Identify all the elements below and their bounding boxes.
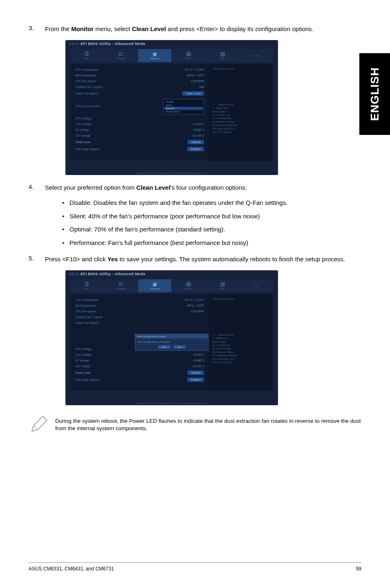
bios-footer: Version 2.00.1201. Copyright (C) 2012 Am…	[65, 402, 278, 404]
page-content: 3. From the Monitor menu, select Clean L…	[0, 0, 390, 436]
help-header: Select Screen Level:	[212, 297, 270, 301]
table-row: 3.3V Voltage+3.344 V	[74, 352, 206, 358]
bullet-icon: •	[57, 238, 69, 248]
bios-tab-boot[interactable]: ▤Boot	[206, 279, 239, 292]
option-item-selected[interactable]: Optimal	[164, 107, 203, 110]
bios-tab-advanced[interactable]: ▣Advanced	[138, 279, 172, 292]
bios-tab-tweaker[interactable]: 🗀Ai Tweaker	[104, 49, 138, 62]
bios-tabs: ☰Main 🗀Ai Tweaker ▣Advanced ⏻Monitor ▤Bo…	[70, 49, 273, 62]
clean-level-row[interactable]: Clean LevelOptimal	[74, 139, 206, 146]
table-row: CPU Fan Speed1270 RPM	[74, 309, 206, 314]
clean-level-row[interactable]: Clean LevelOptimal	[74, 369, 206, 376]
help-text: →←: Select Screen ↑↓: Select Item Enter:…	[212, 333, 270, 364]
table-row: MB Temperature+35°C / +95°F	[74, 303, 206, 309]
folder-icon: 🗀	[119, 281, 123, 287]
footer-left: ASUS CM6331, CM6431, and CM6731	[29, 566, 114, 572]
table-row: MB Temperature+35°C / +95°F	[74, 73, 206, 79]
table-row: CPU Temperature+47°C / +116°F	[74, 67, 206, 73]
bios-tab-main[interactable]: ☰Main	[70, 49, 104, 62]
bios-left-panel: CPU Temperature+47°C / +116°F MB Tempera…	[70, 64, 209, 161]
table-row: Power Fan Speed	[74, 320, 206, 326]
bios-help-panel: Select Screen Level: →←: Select Screen ↑…	[209, 294, 273, 391]
chip-icon: ▣	[152, 281, 157, 287]
table-row: CPU Temperature+47°C / +116°F	[74, 297, 206, 303]
bios-body: CPU Temperature+47°C / +116°F MB Tempera…	[70, 294, 273, 391]
page-number: 59	[356, 566, 361, 572]
bullet-icon: •	[57, 198, 69, 208]
table-row: Chassis Fan 1 SpeedN/A	[74, 84, 206, 90]
bios-tabs: ☰Main 🗀Ai Tweaker ▣Advanced ⏻Monitor ▤Bo…	[70, 279, 273, 292]
bios-screenshot-1: /ISUS EFI BIOS Utility - Advanced Mode ☰…	[65, 40, 278, 175]
power-icon: ⏻	[186, 51, 191, 57]
pencil-icon	[29, 413, 49, 436]
yes-button[interactable]: Yes	[158, 346, 170, 349]
bios-title: /ISUS EFI BIOS Utility - Advanced Mode	[69, 42, 146, 46]
option-item[interactable]: Performance	[164, 110, 203, 113]
step-text: Select your preferred option from Clean …	[45, 183, 247, 193]
anti-surge-row[interactable]: Anti Surge SupportEnabled	[74, 376, 206, 383]
bios-tab-tool[interactable]: Tool	[240, 49, 273, 62]
bios-tab-advanced[interactable]: ▣Advanced	[138, 49, 172, 62]
bullet-icon: •	[57, 225, 69, 234]
bios-left-panel: CPU Temperature+47°C / +116°F MB Tempera…	[70, 294, 209, 391]
disk-icon: ▤	[220, 51, 225, 57]
table-row: CPU Fan Speed1270 RPM	[74, 79, 206, 84]
step-number: 4.	[29, 183, 45, 193]
option-item[interactable]: Disable	[164, 100, 203, 103]
note-box: During the system reboot, the Power LED …	[29, 413, 361, 436]
folder-icon: 🗀	[119, 51, 123, 57]
step-4: 4. Select your preferred option from Cle…	[29, 183, 361, 193]
help-header: Select Screen Level:	[212, 67, 270, 70]
bios-tab-main[interactable]: ☰Main	[70, 279, 104, 292]
table-row: Chassis Fan 1 Speed	[74, 314, 206, 320]
options-list: Disable Silent Optimal Performance	[163, 99, 204, 114]
note-text: During the system reboot, the Power LED …	[55, 413, 361, 433]
bullet-list: •Disable: Disables the fan system and th…	[57, 198, 361, 247]
table-row: 5V Voltage+5.080 V	[74, 127, 206, 133]
bios-tab-monitor[interactable]: ⏻Monitor	[172, 49, 205, 62]
list-icon: ☰	[85, 51, 89, 57]
bios-help-panel: Select Screen Level: →←: Select Screen ↑…	[209, 64, 273, 161]
disk-icon: ▤	[220, 281, 225, 287]
bios-tab-tweaker[interactable]: 🗀Ai Tweaker	[104, 279, 138, 292]
bios-body: CPU Temperature+47°C / +116°F MB Tempera…	[70, 64, 273, 161]
power-icon: ⏻	[186, 281, 191, 287]
dialog-buttons: Yes No	[137, 346, 206, 349]
page-footer: ASUS CM6331, CM6431, and CM6731 59	[29, 562, 361, 572]
list-item: •Silent: 40% of the fan's performance (p…	[57, 212, 361, 221]
step-3: 3. From the Monitor menu, select Clean L…	[29, 25, 361, 34]
list-item: •Optimal: 70% of the fan's performance (…	[57, 225, 361, 234]
table-row: 3.3V Voltage+3.344 V	[74, 121, 206, 127]
dialog-title: Save configuration & reset	[135, 334, 208, 339]
bios-tab-boot[interactable]: ▤Boot	[206, 49, 239, 62]
table-row: 12V Voltage+12.192 V	[74, 364, 206, 369]
dialog-text: Save configuration and reset?	[137, 340, 206, 344]
step-text: Press <F10> and click Yes to save your s…	[45, 255, 345, 264]
list-item: •Performance: Fan's full performance (be…	[57, 238, 361, 248]
table-row: CPU Voltage	[74, 116, 206, 121]
table-row: 12V Voltage+12.192 V	[74, 133, 206, 139]
clean-level-dropdown[interactable]: Clean Level	[182, 91, 204, 96]
save-dialog: Save configuration & reset Save configur…	[135, 334, 208, 351]
step-number: 5.	[29, 255, 45, 264]
step-5: 5. Press <F10> and click Yes to save you…	[29, 255, 361, 264]
list-item: •Disable: Disables the fan system and th…	[57, 198, 361, 208]
option-item[interactable]: Silent	[164, 103, 203, 107]
table-row: 5V Voltage+5.080 V	[74, 358, 206, 364]
table-row: CPU Q-Fan Control Disable Silent Optimal…	[74, 97, 206, 116]
bios-footer: Version 2.00.1201. Copyright (C) 2012 Am…	[65, 172, 278, 174]
bullet-icon: •	[57, 212, 69, 221]
bios-screenshot-2: /ISUS EFI BIOS Utility - Advanced Mode ☰…	[65, 270, 278, 405]
bios-title: /ISUS EFI BIOS Utility - Advanced Mode	[69, 272, 146, 276]
step-number: 3.	[29, 25, 45, 34]
no-button[interactable]: No	[174, 346, 185, 349]
table-row: Power Fan SpeedClean Level	[74, 90, 206, 97]
anti-surge-row[interactable]: Anti Surge SupportEnabled	[74, 146, 206, 153]
help-text: →←: Select Screen ↑↓: Select Item Enter:…	[212, 103, 270, 134]
bios-tab-monitor[interactable]: ⏻Monitor	[172, 279, 205, 292]
step-text: From the Monitor menu, select Clean Leve…	[45, 25, 314, 34]
list-icon: ☰	[85, 281, 89, 287]
chip-icon: ▣	[152, 51, 157, 57]
bios-tab-tool[interactable]: Tool	[240, 279, 273, 292]
